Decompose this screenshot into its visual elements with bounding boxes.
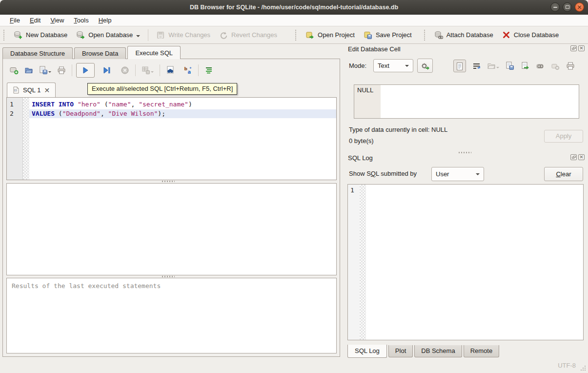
format-sql-button[interactable] xyxy=(202,64,216,77)
toolbar-drag-handle[interactable] xyxy=(3,30,6,41)
new-database-button[interactable]: New Database xyxy=(9,28,72,42)
main-toolbar: New Database Open Database Write Changes… xyxy=(0,26,588,44)
word-wrap-icon xyxy=(472,62,481,70)
revert-changes-button[interactable]: Revert Changes xyxy=(215,28,282,42)
word-wrap-button[interactable] xyxy=(472,62,481,70)
dock-float-button[interactable] xyxy=(570,45,577,51)
line-number-gutter: 1 2 xyxy=(7,98,23,180)
set-null-button[interactable] xyxy=(551,62,560,70)
tab-db-schema[interactable]: DB Schema xyxy=(414,345,462,357)
dock-splitter-handle[interactable] xyxy=(459,152,471,153)
close-tab-icon[interactable]: ✕ xyxy=(44,87,50,94)
open-project-button[interactable]: Open Project xyxy=(301,28,359,42)
chevron-down-icon xyxy=(476,173,480,177)
editor-splitter-handle[interactable] xyxy=(162,181,175,182)
open-tab-button[interactable] xyxy=(7,64,21,77)
save-as-icon xyxy=(506,62,514,70)
find-button[interactable] xyxy=(163,64,178,77)
dock-float-button[interactable] xyxy=(570,154,577,160)
toolbar-drag-handle[interactable] xyxy=(424,30,426,41)
attach-database-button[interactable]: Attach Database xyxy=(430,28,498,42)
print-cell-button[interactable] xyxy=(566,62,575,70)
close-database-button[interactable]: Close Database xyxy=(498,28,564,41)
main-tab-bar: Database Structure Browse Data Execute S… xyxy=(2,46,182,59)
tab-remote[interactable]: Remote xyxy=(464,345,500,357)
sql-doc-tab[interactable]: SQL 1 ✕ xyxy=(7,83,56,97)
cell-value: NULL xyxy=(354,85,381,118)
save-results-button[interactable] xyxy=(139,64,157,77)
sql-log-view[interactable]: 1 xyxy=(347,184,584,340)
results-placeholder: Results of the last executed statements xyxy=(12,282,161,290)
execute-sql-button[interactable] xyxy=(76,63,95,78)
replace-icon: b a xyxy=(183,66,192,75)
stop-execution-button[interactable] xyxy=(118,64,132,77)
write-changes-button[interactable]: Write Changes xyxy=(152,28,215,42)
minimize-button[interactable] xyxy=(550,2,560,12)
save-sql-file-button[interactable] xyxy=(36,64,54,77)
menu-file[interactable]: File xyxy=(5,16,25,25)
tab-execute-sql[interactable]: Execute SQL xyxy=(127,46,181,59)
log-line-number-gutter: 1 xyxy=(348,185,360,340)
open-database-button[interactable]: Open Database xyxy=(72,28,144,42)
cell-editor[interactable]: NULL xyxy=(354,84,579,119)
toolbar-separator xyxy=(160,64,160,76)
toolbar-separator xyxy=(148,29,148,41)
open-sql-file-button[interactable] xyxy=(21,64,36,77)
open-database-icon xyxy=(76,31,85,40)
link-data-button[interactable] xyxy=(536,62,545,70)
print-button[interactable] xyxy=(54,64,69,77)
text-mode-button[interactable] xyxy=(453,60,466,72)
menu-view[interactable]: View xyxy=(45,16,69,25)
close-button[interactable]: ✕ xyxy=(575,2,584,12)
code-line[interactable]: INSERT INTO "hero" ("name", "secret_name… xyxy=(29,100,336,109)
close-icon: ✕ xyxy=(579,154,584,160)
log-filter-combobox[interactable]: User xyxy=(431,167,484,181)
menu-tools[interactable]: Tools xyxy=(69,16,93,25)
apply-button[interactable]: Apply xyxy=(544,130,583,143)
results-splitter-handle[interactable] xyxy=(162,276,175,277)
auto-switch-mode-button[interactable] xyxy=(417,59,433,73)
results-grid[interactable] xyxy=(6,183,337,275)
tab-sql-log[interactable]: SQL Log xyxy=(347,345,387,358)
import-data-button[interactable] xyxy=(487,62,499,70)
code-line[interactable]: VALUES ("Deadpond", "Dive Wilson"); xyxy=(29,109,336,119)
dock-close-button[interactable]: ✕ xyxy=(578,154,585,160)
right-dock-area: Edit Database Cell ✕ Mode: Text xyxy=(343,44,587,359)
save-file-icon xyxy=(39,66,48,75)
import-dropdown-icon xyxy=(496,67,499,70)
replace-button[interactable]: b a xyxy=(181,64,195,77)
maximize-button[interactable] xyxy=(563,2,572,12)
save-results-icon xyxy=(142,66,150,75)
export-data-button[interactable] xyxy=(506,62,514,70)
sql-editor[interactable]: 1 2 INSERT INTO "hero" ("name", "secret_… xyxy=(6,97,337,180)
sql-code[interactable]: INSERT INTO "hero" ("name", "secret_name… xyxy=(29,98,336,180)
save-file-dropdown-icon[interactable] xyxy=(48,71,51,74)
open-in-external-button[interactable] xyxy=(521,62,529,70)
resize-grip[interactable] xyxy=(581,366,586,371)
save-results-dropdown-icon[interactable] xyxy=(151,71,154,74)
edit-cell-dock-title: Edit Database Cell xyxy=(348,45,401,53)
titlebar: DB Browser for SQLite - /home/user/code/… xyxy=(0,0,588,15)
open-database-dropdown-icon[interactable] xyxy=(136,35,140,39)
save-project-button[interactable]: Save Project xyxy=(359,28,416,42)
mode-combobox[interactable]: Text xyxy=(373,59,413,72)
revert-changes-icon xyxy=(219,31,228,40)
clear-log-button[interactable]: Clear xyxy=(544,167,583,181)
format-icon xyxy=(204,66,213,75)
toolbar-separator xyxy=(72,64,72,76)
menu-edit[interactable]: Edit xyxy=(25,16,45,25)
tab-browse-data[interactable]: Browse Data xyxy=(74,47,126,59)
tab-plot[interactable]: Plot xyxy=(388,345,413,357)
execute-current-line-button[interactable] xyxy=(100,64,114,76)
print-icon xyxy=(566,62,575,70)
menu-help[interactable]: Help xyxy=(94,16,117,25)
stop-icon xyxy=(121,66,129,75)
line-number: 1 xyxy=(350,186,354,194)
results-message-pane[interactable]: Results of the last executed statements xyxy=(6,278,337,353)
tab-database-structure[interactable]: Database Structure xyxy=(2,47,73,59)
dock-close-button[interactable]: ✕ xyxy=(578,45,585,51)
toolbar-drag-handle[interactable] xyxy=(295,30,298,41)
svg-text:a: a xyxy=(188,69,191,75)
line-number: 1 xyxy=(10,100,22,109)
maximize-icon xyxy=(566,5,569,9)
